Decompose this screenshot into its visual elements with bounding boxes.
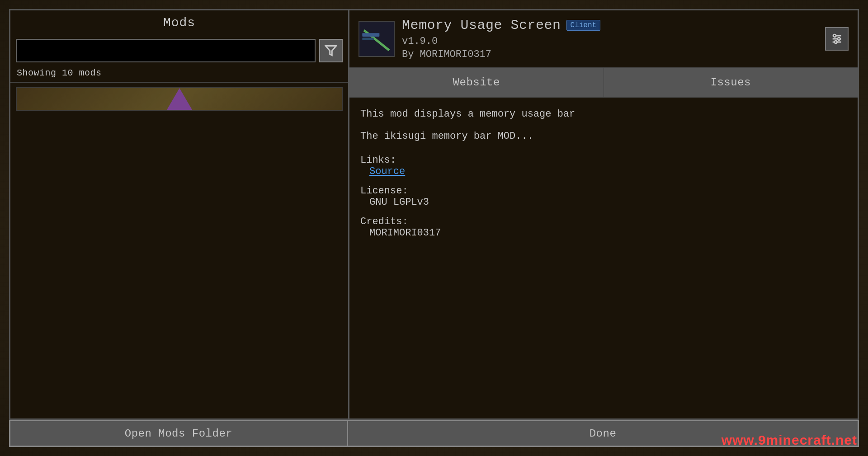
- license-label: License:: [360, 185, 408, 197]
- links-label: Links:: [360, 155, 396, 166]
- detail-version: v1.9.0: [402, 36, 818, 47]
- svg-marker-0: [326, 46, 336, 56]
- detail-title-row: Memory Usage Screen Client: [402, 18, 818, 33]
- right-panel: Memory Usage Screen Client v1.9.0 By MOR…: [348, 9, 859, 420]
- credits-label: Credits:: [360, 216, 408, 227]
- search-row: [10, 35, 348, 66]
- search-input[interactable]: [16, 39, 316, 62]
- source-link[interactable]: Source: [369, 166, 405, 177]
- left-panel: Mods Showing 10 mods Fabric lan: [9, 9, 348, 420]
- svg-rect-14: [362, 33, 379, 37]
- list-item[interactable]: Fabric language module for kotlin.: [10, 83, 348, 418]
- settings-sliders-icon: [830, 33, 843, 45]
- license-value: GNU LGPLv3: [369, 197, 429, 208]
- credits-value: MORIMORI0317: [369, 227, 441, 239]
- svg-rect-15: [362, 38, 373, 40]
- filter-icon: [325, 44, 337, 57]
- detail-title: Memory Usage Screen: [402, 18, 561, 33]
- detail-settings-button[interactable]: [825, 27, 849, 51]
- detail-author: By MORIMORI0317: [402, 49, 818, 60]
- detail-ikisugi: The ikisugi memory bar MOD...: [360, 129, 847, 144]
- detail-description: This mod displays a memory usage bar: [360, 107, 847, 122]
- panels-area: Mods Showing 10 mods Fabric lan: [9, 9, 859, 420]
- detail-credits-section: Credits: MORIMORI0317: [360, 216, 847, 239]
- detail-meta: Memory Usage Screen Client v1.9.0 By MOR…: [402, 18, 818, 60]
- detail-badge-client: Client: [566, 20, 601, 31]
- detail-buttons: Website Issues: [349, 68, 858, 98]
- svg-point-21: [835, 41, 837, 43]
- detail-license-section: License: GNU LGPLv3: [360, 185, 847, 208]
- issues-button[interactable]: Issues: [604, 68, 858, 97]
- fabric-triangle-icon: [167, 88, 192, 110]
- open-mods-folder-button[interactable]: Open Mods Folder: [9, 420, 348, 447]
- website-button[interactable]: Website: [349, 68, 604, 97]
- panel-title: Mods: [10, 10, 348, 35]
- mod-icon-fabric: [16, 87, 343, 111]
- showing-count: Showing 10 mods: [10, 66, 348, 82]
- mods-list[interactable]: Fabric language module for kotlin.: [10, 82, 348, 418]
- main-container: Drag and drop files into this window to …: [0, 0, 868, 456]
- svg-point-20: [838, 38, 840, 40]
- watermark: www.9minecraft.net: [722, 432, 857, 448]
- svg-point-19: [833, 34, 836, 37]
- filter-button[interactable]: [319, 39, 343, 62]
- mod-detail-header: Memory Usage Screen Client v1.9.0 By MOR…: [349, 10, 858, 68]
- detail-svg-icon: [359, 22, 394, 56]
- watermark-text: www.9minecraft.net: [722, 432, 857, 447]
- detail-links-section: Links: Source: [360, 155, 847, 177]
- detail-icon-memory: [359, 21, 395, 57]
- detail-content: This mod displays a memory usage bar The…: [349, 98, 858, 418]
